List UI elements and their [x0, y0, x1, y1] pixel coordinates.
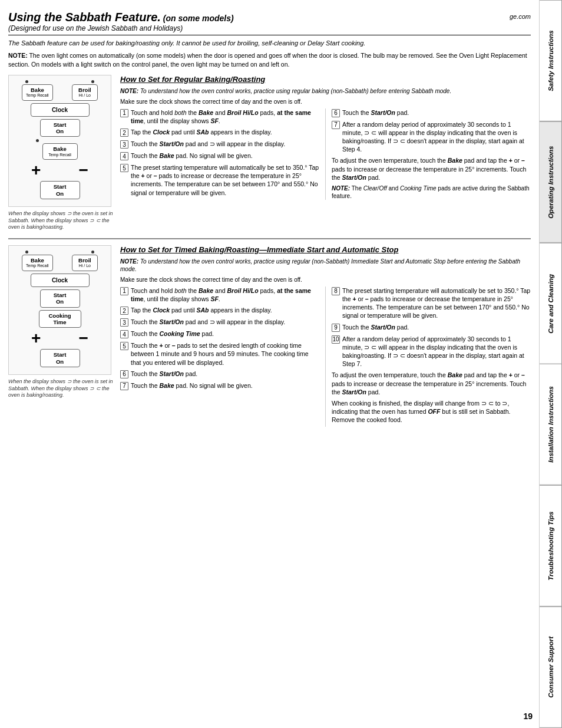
dot-bake-s2: [25, 251, 28, 253]
step-2-9: 9 Touch the Start/On pad.: [332, 323, 531, 332]
dot-bake: [25, 80, 28, 83]
step-1-2: 2 Tap the Clock pad until SAb appears in…: [120, 128, 319, 137]
section2-right-panel: How to Set for Timed Baking/Roasting—Imm…: [120, 245, 531, 427]
plus-symbol-2[interactable]: +: [31, 330, 41, 347]
step-2-10: 10 After a random delay period of approx…: [332, 335, 531, 368]
diagram-caption-1: When the display shows ⊃ the oven is set…: [8, 210, 114, 231]
start-button-s2-row: Start On: [12, 289, 107, 308]
page-subtitle: (Designed for use on the Jewish Sabbath …: [8, 24, 183, 32]
tab-safety-instructions[interactable]: Safety Instructions: [540, 0, 562, 121]
dot-row-1: [12, 80, 107, 83]
section-regular-baking: Bake Temp Recall Broil Hi / Lo Clock: [8, 75, 531, 231]
section1-left-panel: Bake Temp Recall Broil Hi / Lo Clock: [8, 75, 114, 231]
step-2-7: 7 Touch the Bake pad. No signal will be …: [120, 381, 319, 390]
section1-steps-right: 6 Touch the Start/On pad. 7 After a rand…: [325, 108, 531, 200]
note-text: NOTE: The oven light comes on automatica…: [8, 51, 531, 68]
bake2-button-row: Bake Temp Recall: [12, 143, 107, 160]
clock-button-1-row: Clock: [12, 103, 107, 117]
step-1-3: 3 Touch the Start/On pad and ⊃ will appe…: [120, 140, 319, 149]
oven-diagram-2: Bake Temp Recall Broil Hi / Lo Clock: [8, 245, 111, 375]
clock-button-s2-row: Clock: [12, 274, 107, 287]
start2-button-1[interactable]: Start On: [40, 181, 80, 199]
page-number: 19: [523, 711, 533, 721]
step-2-4: 4 Touch the Cooking Time pad.: [120, 330, 319, 338]
bake-button-1[interactable]: Bake Temp Recall: [22, 84, 53, 101]
title-suffix: (on some models): [161, 14, 234, 23]
section1-make-sure: Make sure the clock shows the correct ti…: [120, 98, 531, 106]
side-tabs: Safety Instructions Operating Instructio…: [540, 0, 562, 728]
step-1-7: 7 After a random delay period of approxi…: [332, 120, 531, 154]
section-divider: [8, 238, 531, 239]
tab-care-and-cleaning[interactable]: Care and Cleaning: [540, 243, 562, 364]
section1-note-intro: NOTE: To understand how the oven control…: [120, 87, 531, 95]
dot-row-bake2: [12, 139, 107, 142]
cooking-time-button[interactable]: Cooking Time: [39, 310, 81, 328]
tab-consumer-support[interactable]: Consumer Support: [540, 607, 562, 728]
start2-button-s2-row: Start On: [12, 349, 107, 367]
cooking-time-button-row: Cooking Time: [12, 310, 107, 328]
section1-header: How to Set for Regular Baking/Roasting: [120, 75, 531, 84]
intro-text: The Sabbath feature can be used for baki…: [8, 39, 531, 48]
broil-button-s2[interactable]: Broil Hi / Lo: [72, 255, 98, 271]
step-1-1: 1 Touch and hold both the Bake and Broil…: [120, 108, 319, 125]
step-2-8: 8 The preset starting temperature will a…: [332, 286, 531, 320]
section1-note-end: NOTE: The Clear/Off and Cooking Time pad…: [332, 185, 531, 200]
section2-adjust-text: To adjust the oven temperature, touch th…: [332, 371, 531, 396]
tab-operating-instructions[interactable]: Operating Instructions: [540, 121, 562, 243]
section-timed-baking: Bake Temp Recall Broil Hi / Lo Clock: [8, 245, 531, 427]
section1-right-panel: How to Set for Regular Baking/Roasting N…: [120, 75, 531, 231]
bake-button-s2[interactable]: Bake Temp Recall: [22, 255, 53, 271]
step-2-6: 6 Touch the Start/On pad.: [120, 370, 319, 378]
section2-end-note: When cooking is finished, the display wi…: [332, 399, 531, 424]
start-button-s2[interactable]: Start On: [40, 289, 80, 308]
step-2-5: 5 Touch the + or – pads to set the desir…: [120, 341, 319, 367]
bake2-button[interactable]: Bake Temp Recall: [42, 143, 78, 160]
section2-steps-container: 1 Touch and hold both the Bake and Broil…: [120, 286, 531, 427]
step-2-1: 1 Touch and hold both the Bake and Broil…: [120, 286, 319, 303]
clock-button-1[interactable]: Clock: [31, 103, 90, 117]
oven-diagram-1: Bake Temp Recall Broil Hi / Lo Clock: [8, 75, 111, 207]
minus-symbol-1[interactable]: −: [79, 162, 88, 179]
section1-adjust-text: To adjust the oven temperature, touch th…: [332, 156, 531, 182]
dot-broil: [91, 80, 94, 83]
top-buttons-row-2: Bake Temp Recall Broil Hi / Lo: [12, 255, 107, 271]
section2-note-intro: NOTE: To understand how the oven control…: [120, 258, 531, 273]
plus-symbol-1[interactable]: +: [31, 162, 41, 179]
title-text: Using the Sabbath Feature.: [8, 11, 161, 24]
page-title: Using the Sabbath Feature. (on some mode…: [8, 11, 234, 24]
section1-steps-left: 1 Touch and hold both the Bake and Broil…: [120, 108, 319, 200]
tab-installation-instructions[interactable]: Installation Instructions: [540, 364, 562, 485]
clock-button-s2[interactable]: Clock: [31, 274, 90, 287]
step-2-3: 3 Touch the Start/On pad and ⊃ will appe…: [120, 318, 319, 327]
section1-steps-container: 1 Touch and hold both the Bake and Broil…: [120, 108, 531, 200]
section2-header: How to Set for Timed Baking/Roasting—Imm…: [120, 245, 531, 254]
diagram-caption-2: When the display shows ⊃ the oven is set…: [8, 378, 114, 399]
start2-button-s2[interactable]: Start On: [40, 349, 80, 367]
start2-button-1-row: Start On: [12, 181, 107, 199]
start-button-1[interactable]: Start On: [40, 119, 80, 137]
dot-broil-s2: [91, 251, 94, 253]
ge-com: ge.com: [510, 13, 531, 20]
minus-symbol-2[interactable]: −: [79, 330, 88, 347]
section2-left-panel: Bake Temp Recall Broil Hi / Lo Clock: [8, 245, 114, 427]
top-buttons-row: Bake Temp Recall Broil Hi / Lo: [12, 84, 107, 101]
tab-troubleshooting-tips[interactable]: Troubleshooting Tips: [540, 485, 562, 607]
section2-make-sure: Make sure the clock shows the correct ti…: [120, 276, 531, 284]
section2-steps-right: 8 The preset starting temperature will a…: [325, 286, 531, 427]
dot-bake2: [36, 139, 39, 142]
start-button-1-row: Start On: [12, 119, 107, 137]
step-1-4: 4 Touch the Bake pad. No signal will be …: [120, 151, 319, 160]
step-1-6: 6 Touch the Start/On pad.: [332, 108, 531, 117]
section2-steps-left: 1 Touch and hold both the Bake and Broil…: [120, 286, 319, 427]
step-2-2: 2 Tap the Clock pad until SAb appears in…: [120, 306, 319, 315]
step-1-5: 5 The preset starting temperature will a…: [120, 163, 319, 197]
plus-minus-row-2: + −: [12, 330, 107, 347]
broil-button-1[interactable]: Broil Hi / Lo: [72, 84, 98, 101]
plus-minus-row-1: + −: [12, 162, 107, 179]
dot-row-2: [12, 251, 107, 253]
title-row: Using the Sabbath Feature. (on some mode…: [8, 11, 531, 35]
